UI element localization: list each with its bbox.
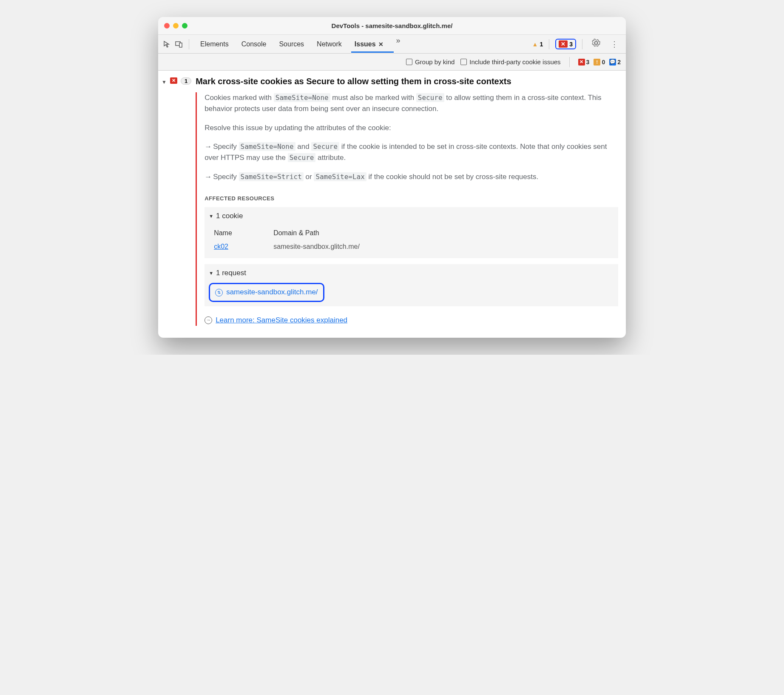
collapse-icon[interactable]: ▼ — [162, 77, 167, 85]
error-icon: ✕ — [559, 40, 568, 48]
more-tabs-button[interactable]: » — [394, 36, 403, 52]
tab-elements[interactable]: Elements — [198, 36, 231, 52]
filter-error-count[interactable]: ✕3 — [578, 59, 590, 66]
network-icon: ⇅ — [215, 289, 223, 296]
issue-resolution-item: →Specify SameSite=Strict or SameSite=Lax… — [205, 171, 618, 182]
settings-icon[interactable] — [588, 39, 604, 49]
minimize-window-button[interactable] — [173, 23, 179, 28]
warning-icon: ! — [594, 59, 600, 66]
learn-more-link[interactable]: Learn more: SameSite cookies explained — [216, 315, 347, 326]
tab-console[interactable]: Console — [239, 36, 269, 52]
devtools-window: DevTools - samesite-sandbox.glitch.me/ E… — [158, 17, 626, 338]
tab-issues[interactable]: Issues✕ — [352, 36, 386, 52]
affected-cookies-block: ▼ 1 cookie Name Domain & Path ck02 sames… — [205, 207, 618, 258]
requests-section-toggle[interactable]: ▼ 1 request — [209, 268, 614, 279]
issue-panel: Mark cross-site cookies as Secure to all… — [191, 77, 618, 326]
cookie-table-row: ck02 samesite-sandbox.glitch.me/ — [209, 240, 614, 254]
issue-title: Mark cross-site cookies as Secure to all… — [196, 77, 618, 86]
tab-sources[interactable]: Sources — [276, 36, 307, 52]
panel-tabs: Elements Console Sources Network Issues✕… — [194, 36, 530, 52]
issue-count-pill: 1 — [181, 77, 191, 85]
cookie-name-link[interactable]: ck02 — [214, 243, 228, 250]
warning-count-badge[interactable]: ▲ 1 — [532, 41, 543, 48]
titlebar: DevTools - samesite-sandbox.glitch.me/ — [158, 17, 626, 35]
checkbox-icon — [460, 59, 467, 65]
external-link-icon: → — [205, 316, 212, 324]
third-party-cookies-checkbox[interactable]: Include third-party cookie issues — [460, 58, 560, 66]
issue-description: Cookies marked with SameSite=None must a… — [205, 92, 618, 115]
close-window-button[interactable] — [164, 23, 170, 28]
inspect-element-icon[interactable] — [162, 40, 172, 49]
cookie-domain: samesite-sandbox.glitch.me/ — [273, 242, 360, 252]
device-toolbar-icon[interactable] — [174, 40, 184, 49]
issue-resolution-intro: Resolve this issue by updating the attri… — [205, 122, 618, 134]
issue-row-gutter: ▼ ✕ 1 — [162, 77, 191, 326]
error-icon: ✕ — [578, 59, 585, 66]
filter-warning-count[interactable]: !0 — [594, 59, 605, 66]
cookie-table-header: Name Domain & Path — [209, 226, 614, 240]
warning-icon: ▲ — [532, 41, 538, 48]
error-count-badge[interactable]: ✕ 3 — [555, 39, 576, 49]
tab-network[interactable]: Network — [314, 36, 344, 52]
more-options-icon[interactable]: ⋮ — [607, 40, 622, 49]
info-icon: 💬 — [609, 59, 616, 66]
affected-requests-block: ▼ 1 request ⇅ samesite-sandbox.glitch.me… — [205, 264, 618, 306]
collapse-icon: ▼ — [209, 213, 213, 220]
cookies-section-toggle[interactable]: ▼ 1 cookie — [209, 211, 614, 222]
close-tab-icon[interactable]: ✕ — [378, 41, 383, 48]
svg-point-2 — [595, 42, 597, 44]
collapse-icon: ▼ — [209, 270, 213, 277]
affected-resources-header: Affected Resources — [205, 194, 618, 203]
group-by-kind-checkbox[interactable]: Group by kind — [406, 58, 454, 66]
filter-bar: Group by kind Include third-party cookie… — [158, 54, 626, 71]
issue-severity-icon: ✕ — [170, 77, 177, 84]
issue-resolution-item: →Specify SameSite=None and Secure if the… — [205, 141, 618, 164]
learn-more-row: → Learn more: SameSite cookies explained — [205, 315, 618, 326]
window-title: DevTools - samesite-sandbox.glitch.me/ — [158, 22, 626, 29]
main-toolbar: Elements Console Sources Network Issues✕… — [158, 35, 626, 54]
checkbox-icon — [406, 59, 412, 65]
zoom-window-button[interactable] — [182, 23, 187, 28]
filter-info-count[interactable]: 💬2 — [609, 59, 621, 66]
svg-rect-1 — [179, 43, 182, 47]
affected-request-link[interactable]: ⇅ samesite-sandbox.glitch.me/ — [209, 283, 324, 302]
